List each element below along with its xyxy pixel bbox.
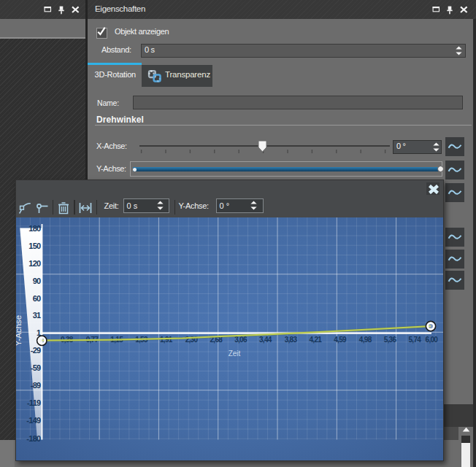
svg-text:-149: -149	[26, 416, 41, 425]
svg-text:3,44: 3,44	[258, 336, 272, 344]
svg-text:-119: -119	[26, 398, 40, 407]
svg-text:90: 90	[32, 277, 40, 285]
svg-text:6,00: 6,00	[425, 336, 438, 344]
svg-text:Zeit: Zeit	[228, 350, 240, 358]
svg-text:-180: -180	[26, 434, 41, 443]
svg-text:-89: -89	[30, 381, 40, 390]
svg-text:5,36: 5,36	[383, 336, 396, 344]
svg-text:-59: -59	[30, 363, 40, 372]
svg-text:4,21: 4,21	[309, 336, 322, 344]
svg-text:180: 180	[28, 224, 41, 233]
svg-text:3,83: 3,83	[284, 336, 297, 344]
svg-text:5,74: 5,74	[408, 336, 421, 344]
svg-text:150: 150	[28, 242, 41, 250]
svg-text:120: 120	[28, 259, 41, 268]
svg-text:4,59: 4,59	[334, 336, 347, 344]
svg-text:1,91: 1,91	[159, 336, 172, 344]
svg-text:31: 31	[32, 311, 40, 320]
svg-text:3,06: 3,06	[234, 336, 247, 344]
svg-text:60: 60	[32, 294, 40, 303]
svg-text:Y-Achse: Y-Achse	[16, 315, 23, 346]
svg-text:-29: -29	[30, 346, 40, 355]
svg-text:4,98: 4,98	[358, 336, 372, 344]
